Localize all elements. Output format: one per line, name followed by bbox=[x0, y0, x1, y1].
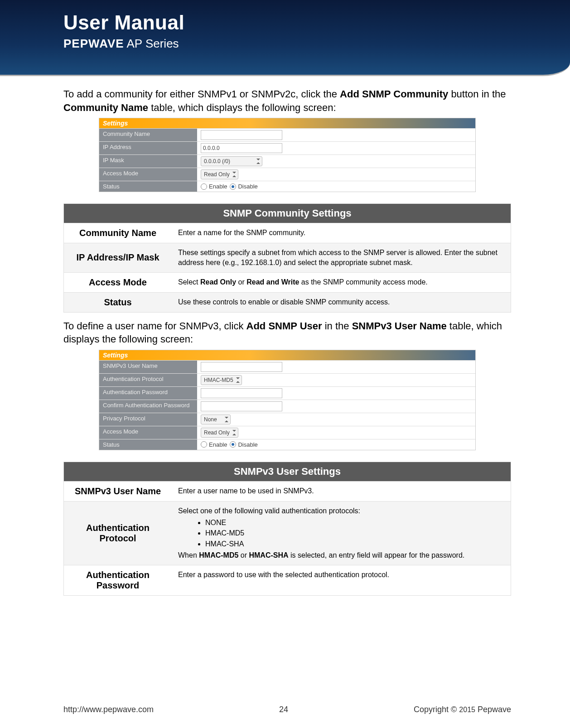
page-number: 24 bbox=[279, 705, 288, 714]
label-access-mode: Access Mode bbox=[99, 426, 197, 439]
key-access-mode: Access Mode bbox=[64, 272, 172, 292]
status-disable-radio[interactable]: Disable bbox=[230, 183, 257, 190]
val-community-name: Enter a name for the SNMP community. bbox=[172, 223, 511, 243]
label-privacy-protocol: Privacy Protocol bbox=[99, 413, 197, 426]
label-status: Status bbox=[99, 181, 197, 192]
label-user-name: SNMPv3 User Name bbox=[99, 361, 197, 373]
panel-header: Settings bbox=[99, 350, 475, 360]
document-header: User Manual PEPWAVE AP Series bbox=[0, 0, 570, 76]
status-enable-radio[interactable]: Enable bbox=[201, 183, 227, 190]
label-auth-password: Authentication Password bbox=[99, 387, 197, 400]
privacy-protocol-select[interactable]: None bbox=[201, 415, 231, 424]
key-status: Status bbox=[64, 292, 172, 312]
intro-paragraph-2: To define a user name for SNMPv3, click … bbox=[63, 319, 511, 346]
key-user-name: SNMPv3 User Name bbox=[64, 481, 172, 501]
label-auth-protocol: Authentication Protocol bbox=[99, 374, 197, 386]
ip-address-input[interactable]: 0.0.0.0 bbox=[201, 143, 282, 153]
key-auth-protocol: Authentication Protocol bbox=[64, 501, 172, 565]
series-name: AP Series bbox=[124, 37, 179, 50]
brand-name: PEPWAVE bbox=[63, 37, 124, 50]
doc-title: User Manual bbox=[63, 11, 570, 34]
list-item: HMAC-MD5 bbox=[205, 528, 504, 538]
community-name-input[interactable] bbox=[201, 130, 282, 140]
val-access-mode: Select Read Only or Read and Write as th… bbox=[172, 272, 511, 292]
confirm-auth-password-input[interactable] bbox=[201, 401, 282, 411]
access-mode-select[interactable]: Read Only bbox=[201, 428, 238, 438]
label-ip-mask: IP Mask bbox=[99, 155, 197, 168]
intro-paragraph-1: To add a community for either SNMPv1 or … bbox=[63, 87, 511, 114]
key-auth-password: Authentication Password bbox=[64, 565, 172, 595]
label-community-name: Community Name bbox=[99, 129, 197, 141]
community-settings-panel: Settings Community Name IP Address 0.0.0… bbox=[99, 118, 476, 192]
key-ip-mask: IP Address/IP Mask bbox=[64, 243, 172, 272]
label-confirm-auth-password: Confirm Authentication Password bbox=[99, 400, 197, 413]
access-mode-select[interactable]: Read Only bbox=[201, 169, 238, 179]
auth-protocol-select[interactable]: HMAC-MD5 bbox=[201, 375, 242, 385]
label-status: Status bbox=[99, 439, 197, 450]
table-header: SNMPv3 User Settings bbox=[64, 462, 511, 481]
footer-url: http://www.pepwave.com bbox=[63, 705, 154, 714]
val-auth-protocol: Select one of the following valid authen… bbox=[172, 501, 511, 565]
panel-header: Settings bbox=[99, 118, 475, 128]
status-enable-radio[interactable]: Enable bbox=[201, 441, 227, 448]
table-header: SNMP Community Settings bbox=[64, 204, 511, 223]
val-ip-mask: These settings specify a subnet from whi… bbox=[172, 243, 511, 272]
val-status: Use these controls to enable or disable … bbox=[172, 292, 511, 312]
auth-password-input[interactable] bbox=[201, 388, 282, 398]
snmpv3-user-settings-table: SNMPv3 User Settings SNMPv3 User Name En… bbox=[63, 462, 511, 596]
status-disable-radio[interactable]: Disable bbox=[230, 441, 257, 448]
list-item: NONE bbox=[205, 518, 504, 528]
page-footer: http://www.pepwave.com 24 Copyright © 20… bbox=[0, 705, 570, 714]
community-settings-table: SNMP Community Settings Community Name E… bbox=[63, 203, 511, 312]
ip-mask-select[interactable]: 0.0.0.0 (/0) bbox=[201, 156, 262, 166]
snmpv3-settings-panel: Settings SNMPv3 User Name Authentication… bbox=[99, 350, 476, 450]
label-access-mode: Access Mode bbox=[99, 168, 197, 181]
list-item: HMAC-SHA bbox=[205, 539, 504, 549]
footer-copyright: Copyright © 2015 Pepwave bbox=[414, 705, 511, 714]
doc-subtitle: PEPWAVE AP Series bbox=[63, 37, 570, 51]
user-name-input[interactable] bbox=[201, 362, 282, 372]
val-user-name: Enter a user name to be used in SNMPv3. bbox=[172, 481, 511, 501]
label-ip-address: IP Address bbox=[99, 142, 197, 154]
key-community-name: Community Name bbox=[64, 223, 172, 243]
val-auth-password: Enter a password to use with the selecte… bbox=[172, 565, 511, 595]
